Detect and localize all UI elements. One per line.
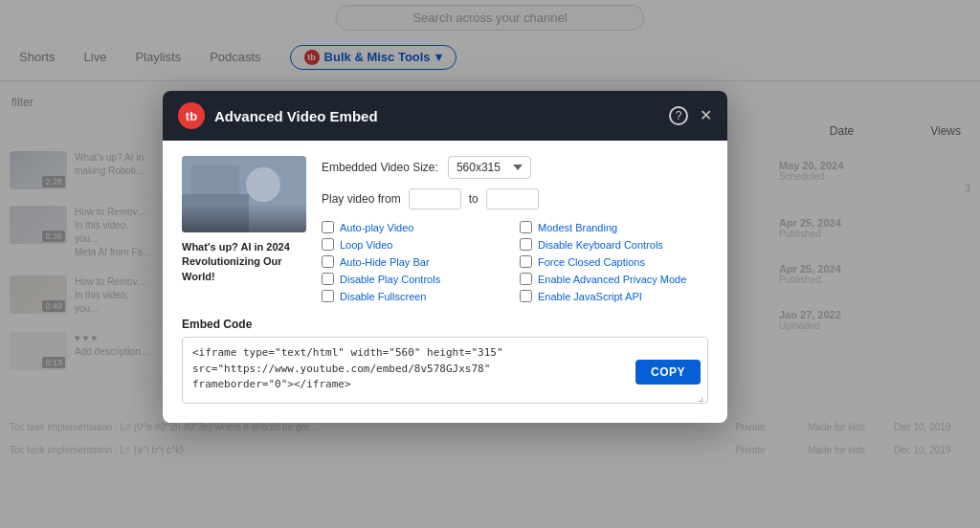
close-button[interactable]: ✕ (700, 108, 712, 123)
force-closed-captions-input[interactable] (520, 255, 532, 268)
loop-video-checkbox[interactable]: Loop Video (322, 238, 510, 251)
play-from-label: Play video from (322, 192, 401, 206)
resize-handle-icon: ⌟ (698, 388, 704, 404)
modal-title: Advanced Video Embed (214, 108, 378, 124)
svg-point-2 (246, 167, 280, 202)
checkboxes-grid: Auto-play Video Modest Branding Loop Vid… (322, 221, 708, 302)
loop-video-label: Loop Video (340, 239, 392, 251)
enable-javascript-api-checkbox[interactable]: Enable JavaScript API (520, 290, 708, 302)
modal-logo: tb (178, 102, 205, 129)
force-closed-captions-checkbox[interactable]: Force Closed Captions (520, 255, 708, 268)
modest-branding-checkbox[interactable]: Modest Branding (520, 221, 708, 233)
thumbnail-svg (182, 156, 306, 232)
embed-code-label: Embed Code (182, 318, 708, 331)
embed-code-wrapper: <iframe type="text/html" width="560" hei… (182, 337, 708, 407)
modal-header-left: tb Advanced Video Embed (178, 102, 378, 129)
enable-advanced-privacy-mode-checkbox[interactable]: Enable Advanced Privacy Mode (520, 273, 708, 285)
loop-video-input[interactable] (322, 238, 334, 251)
play-from-start-input[interactable] (409, 188, 461, 209)
embed-size-label: Embedded Video Size: (322, 161, 438, 174)
disable-keyboard-controls-checkbox[interactable]: Disable Keyboard Controls (520, 238, 708, 251)
disable-fullscreen-label: Disable Fullscreen (340, 291, 426, 302)
copy-button[interactable]: COPY (635, 360, 701, 385)
to-label: to (469, 192, 479, 206)
enable-javascript-api-input[interactable] (520, 290, 532, 302)
video-preview-panel: What's up? AI in 2024 Revolutionizing Ou… (182, 156, 306, 302)
video-thumbnail-preview (182, 156, 306, 232)
auto-hide-play-bar-label: Auto-Hide Play Bar (340, 256, 430, 268)
force-closed-captions-label: Force Closed Captions (538, 256, 645, 268)
auto-hide-play-bar-checkbox[interactable]: Auto-Hide Play Bar (322, 255, 510, 268)
auto-play-video-checkbox[interactable]: Auto-play Video (322, 221, 510, 233)
modal-controls-panel: Embedded Video Size: 560x315 640x360 853… (322, 156, 708, 302)
help-icon[interactable]: ? (669, 106, 688, 125)
svg-rect-1 (182, 194, 249, 232)
embed-size-row: Embedded Video Size: 560x315 640x360 853… (322, 156, 708, 179)
modal-header-right: ? ✕ (669, 106, 712, 125)
disable-play-controls-input[interactable] (322, 273, 334, 285)
svg-rect-3 (191, 165, 239, 194)
modest-branding-label: Modest Branding (538, 222, 617, 233)
advanced-video-embed-modal: tb Advanced Video Embed ? ✕ What's up? A… (163, 91, 727, 423)
auto-play-video-label: Auto-play Video (340, 222, 413, 233)
video-preview-title: What's up? AI in 2024 Revolutionizing Ou… (182, 240, 306, 284)
modest-branding-input[interactable] (520, 221, 532, 233)
embed-code-textarea[interactable]: <iframe type="text/html" width="560" hei… (182, 337, 708, 404)
auto-play-video-input[interactable] (322, 221, 334, 233)
disable-play-controls-label: Disable Play Controls (340, 274, 440, 285)
play-from-end-input[interactable] (486, 188, 539, 209)
auto-hide-play-bar-input[interactable] (322, 255, 334, 268)
enable-advanced-privacy-mode-input[interactable] (520, 273, 532, 285)
modal-header: tb Advanced Video Embed ? ✕ (163, 91, 727, 141)
play-from-row: Play video from to (322, 188, 708, 209)
disable-fullscreen-input[interactable] (322, 290, 334, 302)
enable-advanced-privacy-mode-label: Enable Advanced Privacy Mode (538, 274, 686, 285)
modal-body: What's up? AI in 2024 Revolutionizing Ou… (163, 141, 727, 318)
disable-play-controls-checkbox[interactable]: Disable Play Controls (322, 273, 510, 285)
disable-keyboard-controls-label: Disable Keyboard Controls (538, 239, 663, 251)
embed-code-section: Embed Code <iframe type="text/html" widt… (163, 318, 727, 423)
disable-fullscreen-checkbox[interactable]: Disable Fullscreen (322, 290, 510, 302)
embed-size-select[interactable]: 560x315 640x360 853x480 1280x720 (448, 156, 531, 179)
disable-keyboard-controls-input[interactable] (520, 238, 532, 251)
enable-javascript-api-label: Enable JavaScript API (538, 291, 642, 302)
